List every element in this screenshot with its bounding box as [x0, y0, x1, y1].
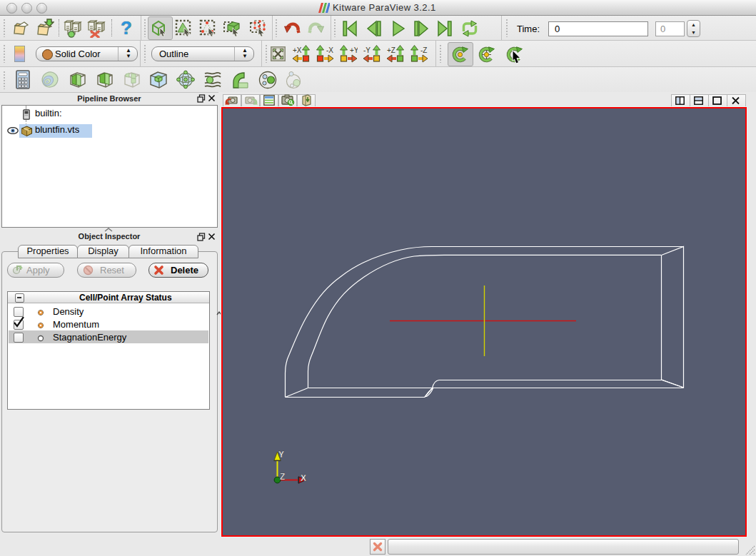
- svg-text:Y: Y: [278, 450, 284, 460]
- svg-text:+Y: +Y: [350, 46, 358, 54]
- svg-text:+X: +X: [293, 46, 302, 54]
- svg-text:-X: -X: [326, 46, 333, 54]
- svg-text:Z: Z: [280, 472, 285, 482]
- svg-text:X: X: [301, 473, 306, 483]
- svg-text:-Y: -Y: [363, 46, 371, 54]
- svg-text:+Z: +Z: [387, 46, 395, 54]
- svg-text:-Z: -Z: [420, 46, 427, 54]
